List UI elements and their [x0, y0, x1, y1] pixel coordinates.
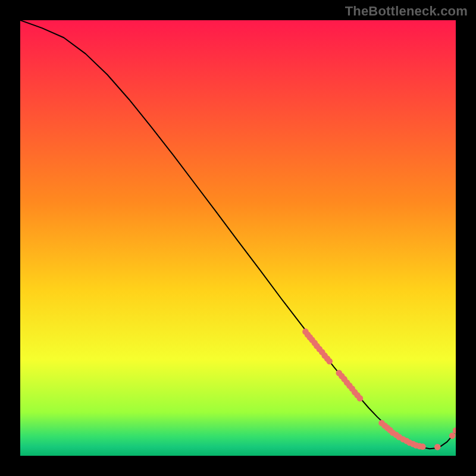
chart-background [20, 20, 456, 456]
bottleneck-chart [20, 20, 456, 456]
plot-area [20, 20, 456, 456]
data-point [326, 358, 333, 365]
data-point [357, 395, 364, 402]
data-point [434, 444, 441, 450]
chart-frame: TheBottleneck.com [0, 0, 476, 476]
data-point [449, 433, 456, 439]
watermark-text: TheBottleneck.com [345, 4, 468, 19]
data-point [419, 443, 426, 450]
